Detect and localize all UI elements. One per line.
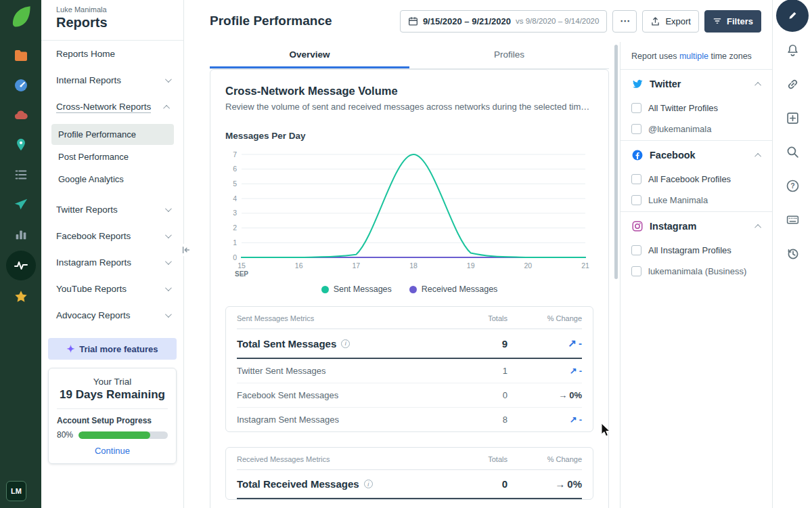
- filter-all-instagram-profiles[interactable]: All Instagram Profiles: [621, 240, 772, 261]
- more-options-button[interactable]: ⋯: [612, 10, 637, 33]
- sidebar-item-internal-reports[interactable]: Internal Reports: [41, 67, 183, 93]
- trend-up-icon: [570, 366, 579, 376]
- vertical-scrollbar[interactable]: [614, 45, 618, 279]
- table-header: Sent Messages Metrics Totals % Change: [237, 307, 582, 329]
- svg-text:4: 4: [233, 194, 237, 203]
- reviews-star-icon[interactable]: [11, 287, 31, 307]
- help-icon[interactable]: ?: [786, 179, 800, 193]
- chevron-down-icon: [165, 258, 172, 265]
- svg-text:18: 18: [409, 261, 418, 270]
- dashboard-gauge-icon[interactable]: [11, 75, 31, 96]
- link-icon[interactable]: [786, 77, 800, 91]
- twitter-section-header[interactable]: Twitter: [621, 70, 772, 98]
- search-icon[interactable]: [786, 145, 800, 159]
- history-clock-icon[interactable]: [786, 247, 800, 261]
- checkbox[interactable]: [631, 195, 641, 205]
- sprout-leaf-logo[interactable]: [7, 3, 35, 31]
- sidebar-item-cross-network-reports[interactable]: Cross-Network Reports: [41, 93, 183, 121]
- sidebar-item-post-performance[interactable]: Post Performance: [51, 146, 174, 167]
- checkbox[interactable]: [631, 124, 641, 134]
- svg-text:21: 21: [581, 261, 589, 270]
- trend-flat-icon: [558, 390, 569, 400]
- continue-link[interactable]: Continue: [95, 446, 130, 456]
- cross-network-message-volume-card: Cross-Network Message Volume Review the …: [210, 69, 609, 508]
- svg-text:5: 5: [233, 179, 237, 188]
- report-tabs: Overview Profiles: [210, 42, 609, 69]
- report-scroll-area: Overview Profiles Cross-Network Message …: [184, 42, 620, 508]
- sidebar-item-google-analytics[interactable]: Google Analytics: [51, 169, 174, 190]
- filter-all-twitter-profiles[interactable]: All Twitter Profiles: [621, 98, 772, 119]
- svg-text:?: ?: [790, 182, 794, 190]
- filter-all-facebook-profiles[interactable]: All Facebook Profiles: [621, 169, 772, 190]
- checkbox[interactable]: [631, 266, 641, 276]
- reports-sidebar: Luke Manimala Reports Reports Home Inter…: [41, 0, 184, 508]
- svg-text:15: 15: [238, 261, 246, 270]
- reports-pulse-icon[interactable]: [6, 251, 36, 280]
- page-title: Profile Performance: [210, 14, 332, 28]
- export-icon: [650, 16, 660, 26]
- compose-button[interactable]: [776, 0, 809, 32]
- instagram-section: Instagram All Instagram Profiles lukeman…: [621, 211, 772, 282]
- utility-rail: ?: [772, 0, 812, 508]
- reports-nav: Reports Home Internal Reports Cross-Netw…: [41, 41, 183, 329]
- sidebar-item-reports-home[interactable]: Reports Home: [41, 41, 183, 67]
- publishing-plane-icon[interactable]: [11, 194, 31, 215]
- chevron-down-icon: [165, 284, 172, 291]
- sidebar-item-twitter-reports[interactable]: Twitter Reports: [41, 196, 183, 223]
- keyboard-shortcuts-icon[interactable]: [786, 213, 800, 227]
- instagram-section-header[interactable]: Instagram: [621, 212, 772, 240]
- date-range-button[interactable]: 9/15/2020 – 9/21/2020 vs 9/8/2020 – 9/14…: [400, 10, 608, 33]
- export-button[interactable]: Export: [642, 10, 699, 33]
- info-icon[interactable]: i: [364, 480, 373, 488]
- table-row: Instagram Sent Messages 8 -: [237, 408, 582, 431]
- tab-overview[interactable]: Overview: [210, 42, 409, 68]
- filter-instagram-profile[interactable]: lukemanimala (Business): [621, 261, 772, 282]
- feeds-cloud-icon[interactable]: [11, 105, 31, 125]
- sparkle-icon: ✦: [66, 344, 74, 354]
- sidebar-collapse-button[interactable]: [180, 244, 192, 256]
- svg-text:17: 17: [352, 261, 360, 270]
- multiple-timezones-link[interactable]: multiple: [679, 51, 708, 61]
- listening-pin-icon[interactable]: [11, 135, 31, 155]
- trial-more-features-button[interactable]: ✦ Trial more features: [48, 338, 177, 360]
- notifications-bell-icon[interactable]: [786, 43, 800, 58]
- progress-fill: [78, 431, 150, 439]
- analytics-bars-icon[interactable]: [11, 224, 31, 245]
- sidebar-item-youtube-reports[interactable]: YouTube Reports: [41, 276, 183, 302]
- section-title: Cross-Network Message Volume: [225, 85, 593, 98]
- chevron-up-icon: [163, 105, 170, 112]
- sidebar-item-instagram-reports[interactable]: Instagram Reports: [41, 249, 183, 276]
- user-avatar[interactable]: LM: [6, 481, 26, 501]
- info-icon[interactable]: i: [341, 339, 350, 348]
- pencil-icon: [786, 9, 799, 22]
- tasks-list-icon[interactable]: [11, 165, 31, 185]
- trial-days-remaining: 19 Days Remaining: [57, 388, 168, 409]
- filter-facebook-profile[interactable]: Luke Manimala: [621, 190, 772, 211]
- filters-icon: [713, 16, 722, 26]
- sidebar-item-facebook-reports[interactable]: Facebook Reports: [41, 223, 183, 249]
- trend-up-icon: [570, 415, 579, 425]
- instagram-icon: [631, 220, 644, 232]
- tab-profiles[interactable]: Profiles: [409, 42, 609, 68]
- checkbox[interactable]: [631, 245, 641, 255]
- cross-network-subnav: Profile Performance Post Performance Goo…: [41, 121, 183, 196]
- filter-twitter-profile[interactable]: @lukemanimala: [621, 119, 772, 140]
- legend-sent-messages: Sent Messages: [321, 284, 392, 294]
- inbox-folder-icon[interactable]: [11, 45, 31, 66]
- received-legend-dot: [409, 286, 417, 293]
- sidebar-item-profile-performance[interactable]: Profile Performance: [51, 124, 174, 145]
- twitter-section: Twitter All Twitter Profiles @lukemanima…: [621, 69, 772, 140]
- checkbox[interactable]: [631, 103, 641, 113]
- trend-flat-icon: [555, 478, 567, 490]
- chevron-up-icon: [754, 81, 761, 88]
- sidebar-item-advocacy-reports[interactable]: Advocacy Reports: [41, 302, 183, 329]
- add-box-icon[interactable]: [786, 111, 800, 125]
- checkbox[interactable]: [631, 174, 641, 184]
- chart-title: Messages Per Day: [225, 131, 593, 141]
- setup-progress-label: Account Setup Progress: [57, 416, 168, 425]
- chevron-down-icon: [165, 205, 172, 212]
- facebook-section-header[interactable]: Facebook: [621, 141, 772, 169]
- filters-button[interactable]: Filters: [704, 10, 761, 33]
- svg-text:7: 7: [233, 150, 237, 158]
- svg-text:6: 6: [233, 165, 237, 173]
